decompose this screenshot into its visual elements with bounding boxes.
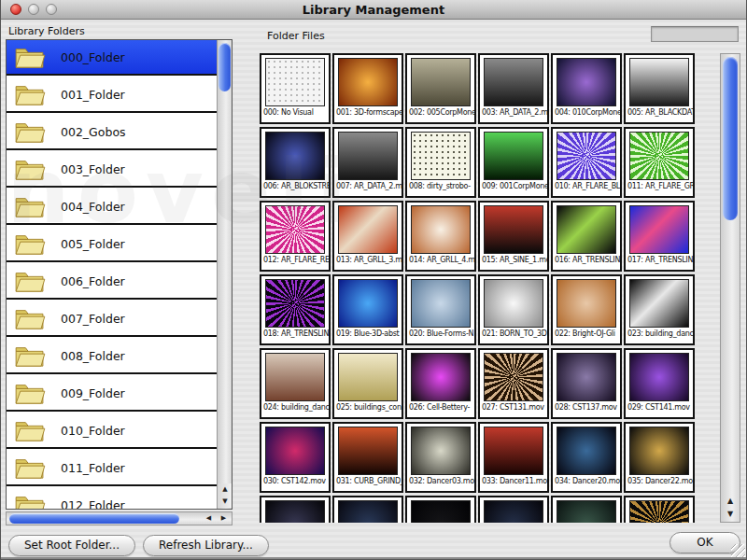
folder-scroll-left-icon[interactable]: ◀ <box>202 512 216 525</box>
folder-row-011_Folder[interactable]: 011_Folder <box>7 451 218 486</box>
folder-scroll-down-icon[interactable]: ▼ <box>218 496 233 508</box>
folder-list-scrollbar[interactable]: ▲ ▼ <box>217 40 232 509</box>
filter-input[interactable] <box>651 26 739 42</box>
minimize-button[interactable] <box>28 4 39 15</box>
file-tile[interactable]: 028: CST137.mov <box>551 348 622 419</box>
file-tile[interactable]: 003: AR_DATA_2.m <box>478 53 549 124</box>
file-tile[interactable]: 027: CST131.mov <box>478 348 549 419</box>
folder-name: 003_Folder <box>61 162 125 176</box>
file-tile[interactable]: 029: CST141.mov <box>624 348 695 419</box>
folder-scroll-right-icon[interactable]: ▶ <box>217 512 231 525</box>
title-bar[interactable]: Library Management <box>1 0 746 20</box>
file-tile[interactable]: 014: AR_GRLL_4.m <box>405 201 476 272</box>
files-scroll-down-icon[interactable]: ▼ <box>721 508 740 521</box>
file-tile[interactable]: 011: AR_FLARE_GR <box>624 127 695 198</box>
file-thumbnail <box>557 132 616 180</box>
file-label: 021: BORN_TO_3D <box>480 328 547 338</box>
file-tile[interactable]: 019: Blue-3D-abst <box>332 274 403 345</box>
file-tile[interactable] <box>624 496 695 523</box>
files-scroll-thumb[interactable] <box>723 57 738 220</box>
folder-row-003_Folder[interactable]: 003_Folder <box>7 152 218 188</box>
file-label: 032: Dancer03.mov <box>407 475 474 485</box>
folder-hscroll-thumb[interactable] <box>9 513 179 524</box>
file-tile[interactable]: 004: 010CorpMone <box>551 53 622 124</box>
zoom-button[interactable] <box>46 4 57 15</box>
file-label: 011: AR_FLARE_GR <box>626 180 693 190</box>
folder-row-005_Folder[interactable]: 005_Folder <box>7 227 218 262</box>
folder-list-hscrollbar[interactable]: ◀ ▶ <box>6 511 233 525</box>
folder-icon <box>14 119 46 144</box>
library-management-window: Library Management noveli Library Folder… <box>0 0 747 560</box>
set-root-folder-button[interactable]: Set Root Folder... <box>8 535 135 556</box>
file-thumbnail <box>411 205 471 254</box>
folder-name: 010_Folder <box>61 424 125 438</box>
files-scrollbar[interactable]: ▲ ▼ <box>720 53 740 523</box>
file-tile[interactable]: 020: Blue-Forms-N <box>405 274 476 345</box>
file-tile[interactable]: 030: CST142.mov <box>260 422 331 493</box>
folder-scroll-up-icon[interactable]: ▲ <box>218 483 233 496</box>
refresh-library-button[interactable]: Refresh Library... <box>143 535 269 556</box>
file-tile[interactable]: 012: AR_FLARE_RE <box>260 201 331 272</box>
file-tile[interactable]: 000: No Visual <box>260 53 331 124</box>
file-thumbnail <box>484 353 543 401</box>
file-tile[interactable]: 009: 001CorpMone <box>478 127 549 198</box>
file-tile[interactable] <box>478 496 549 523</box>
folder-row-000_Folder[interactable]: 000_Folder <box>7 40 218 76</box>
file-tile[interactable]: 005: AR_BLACKDAT <box>624 53 695 124</box>
file-thumbnail <box>411 132 471 180</box>
file-tile[interactable]: 008: dirty_strobo- <box>405 127 476 198</box>
file-tile[interactable]: 002: 005CorpMone <box>405 53 476 124</box>
file-tile[interactable]: 022: Bright-OJ-Gli <box>551 274 622 345</box>
folder-scroll-thumb[interactable] <box>218 43 231 91</box>
folder-name: 007_Folder <box>61 312 125 326</box>
file-tile[interactable] <box>260 496 331 523</box>
folder-row-002_Gobos[interactable]: 002_Gobos <box>7 115 218 150</box>
file-tile[interactable]: 034: Dancer20.mov <box>551 422 622 493</box>
file-label: 034: Dancer20.mov <box>553 475 620 485</box>
file-tile[interactable]: 032: Dancer03.mov <box>405 422 476 493</box>
file-tile[interactable]: 001: 3D-formscape <box>332 53 403 124</box>
file-tile[interactable]: 006: AR_BLOKSTRE <box>260 127 331 198</box>
folder-icon <box>14 194 46 218</box>
files-scroll-up-icon[interactable]: ▲ <box>721 495 740 508</box>
folder-name: 009_Folder <box>61 386 125 400</box>
file-tile[interactable]: 013: AR_GRLL_3.m <box>332 201 403 272</box>
folder-name: 008_Folder <box>61 349 125 363</box>
file-tile[interactable]: 035: Dancer22.mov <box>624 422 695 493</box>
folder-row-001_Folder[interactable]: 001_Folder <box>7 77 218 113</box>
file-tile[interactable]: 031: CURB_GRIND_ <box>332 422 403 493</box>
folder-row-004_Folder[interactable]: 004_Folder <box>7 189 218 225</box>
folder-row-006_Folder[interactable]: 006_Folder <box>7 264 218 300</box>
folder-icon <box>14 82 46 106</box>
file-tile[interactable]: 023: building_danc <box>624 274 695 345</box>
file-thumbnail <box>411 427 471 475</box>
file-tile[interactable]: 017: AR_TRENSLIN <box>624 201 695 272</box>
file-tile[interactable]: 024: building_danc <box>260 348 331 419</box>
file-tile[interactable]: 026: Cell-Bettery- <box>405 348 476 419</box>
file-tile[interactable]: 010: AR_FLARE_BL <box>551 127 622 198</box>
file-thumbnail <box>557 58 616 106</box>
file-label: 003: AR_DATA_2.m <box>480 106 547 117</box>
file-tile[interactable]: 033: Dancer11.mov <box>478 422 549 493</box>
file-tile[interactable]: 021: BORN_TO_3D <box>478 274 549 345</box>
file-tile[interactable]: 015: AR_SINE_1.mo <box>478 201 549 272</box>
file-thumbnail <box>265 427 325 475</box>
file-tile[interactable]: 018: AR_TRENSLIN <box>260 274 331 345</box>
close-button[interactable] <box>10 4 21 15</box>
file-tile[interactable] <box>332 496 403 523</box>
folder-row-007_Folder[interactable]: 007_Folder <box>7 301 218 337</box>
file-thumbnail <box>557 353 616 401</box>
file-tile[interactable] <box>551 496 622 523</box>
window-resize-grip[interactable] <box>731 544 745 558</box>
file-tile[interactable]: 016: AR_TRENSLIN <box>551 201 622 272</box>
file-tile[interactable]: 007: AR_DATA_2.m <box>332 127 403 198</box>
file-thumbnail <box>411 279 471 328</box>
file-tile[interactable]: 025: buildings_con <box>332 348 403 419</box>
folder-icon <box>14 381 46 405</box>
folder-row-012_Folder[interactable]: 012_Folder <box>7 488 218 510</box>
folder-row-008_Folder[interactable]: 008_Folder <box>7 339 218 374</box>
folder-row-010_Folder[interactable]: 010_Folder <box>7 413 218 449</box>
folder-row-009_Folder[interactable]: 009_Folder <box>7 376 218 412</box>
file-tile[interactable] <box>405 496 476 523</box>
ok-button[interactable]: OK <box>669 532 740 553</box>
